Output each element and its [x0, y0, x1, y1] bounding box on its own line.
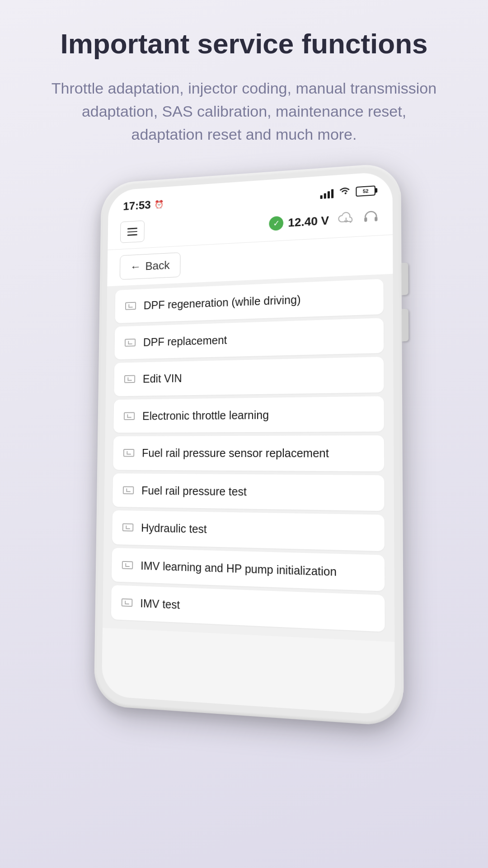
menu-item-7[interactable]: IMV learning and HP pump initialization	[112, 548, 385, 591]
cloud-icon	[338, 211, 354, 228]
menu-item-label-7: IMV learning and HP pump initialization	[141, 558, 337, 579]
menu-item-icon-5	[123, 486, 134, 495]
svg-rect-1	[375, 217, 377, 221]
menu-item-label-4: Fuel rail pressure sensor replacement	[142, 446, 329, 461]
connected-icon: ✓	[269, 216, 284, 231]
menu-item-3[interactable]: Electronic throttle learning	[113, 396, 384, 433]
battery-icon: 52	[356, 185, 375, 197]
voltage-display: 12.40 V	[288, 213, 329, 230]
alarm-icon: ⏰	[154, 199, 164, 209]
menu-item-label-1: DPF replacement	[143, 333, 227, 349]
menu-item-label-0: DPF regeneration (while driving)	[144, 292, 301, 313]
back-button[interactable]: ← Back	[120, 252, 181, 280]
header-right: ✓ 12.40 V	[269, 209, 379, 232]
menu-item-icon-6	[122, 524, 134, 532]
back-arrow-icon: ←	[130, 260, 141, 274]
menu-item-icon-3	[124, 412, 135, 420]
menu-item-5[interactable]: Fuel rail pressure test	[113, 473, 384, 511]
status-icons: 52	[320, 184, 375, 200]
menu-item-label-5: Fuel rail pressure test	[141, 483, 247, 499]
menu-item-4[interactable]: Fuel rail pressure sensor replacement	[113, 435, 384, 471]
headphone-icon	[363, 209, 378, 227]
menu-item-icon-7	[122, 561, 133, 569]
menu-item-2[interactable]: Edit VIN	[114, 357, 384, 396]
menu-item-icon-2	[124, 375, 135, 383]
menu-item-label-8: IMV test	[140, 596, 180, 613]
menu-item-8[interactable]: IMV test	[111, 585, 385, 632]
page-title: Important service functions	[36, 27, 452, 61]
page-header: Important service functions Throttle ada…	[0, 0, 488, 160]
signal-bars-icon	[320, 188, 334, 199]
svg-rect-0	[364, 217, 367, 222]
menu-item-icon-8	[122, 599, 133, 607]
phone-inner: 17:53 ⏰	[102, 171, 395, 716]
status-time: 17:53 ⏰	[123, 198, 164, 213]
phone-outer: 17:53 ⏰	[94, 163, 404, 727]
hamburger-button[interactable]	[120, 221, 145, 243]
page-subtitle: Throttle adaptation, injector coding, ma…	[50, 77, 438, 146]
wifi-icon	[338, 186, 351, 199]
phone-wrapper: 17:53 ⏰	[0, 160, 488, 738]
menu-item-6[interactable]: Hydraulic test	[112, 510, 385, 551]
menu-item-icon-0	[125, 302, 136, 310]
menu-item-1[interactable]: DPF replacement	[114, 318, 384, 359]
menu-list: DPF regeneration (while driving) DPF rep…	[103, 274, 394, 642]
menu-item-label-2: Edit VIN	[143, 371, 182, 386]
menu-item-icon-1	[125, 339, 136, 347]
connection-status: ✓ 12.40 V	[269, 213, 329, 231]
menu-item-icon-4	[123, 449, 134, 457]
menu-item-0[interactable]: DPF regeneration (while driving)	[115, 279, 383, 323]
menu-item-label-3: Electronic throttle learning	[142, 408, 269, 423]
menu-item-label-6: Hydraulic test	[141, 521, 207, 537]
